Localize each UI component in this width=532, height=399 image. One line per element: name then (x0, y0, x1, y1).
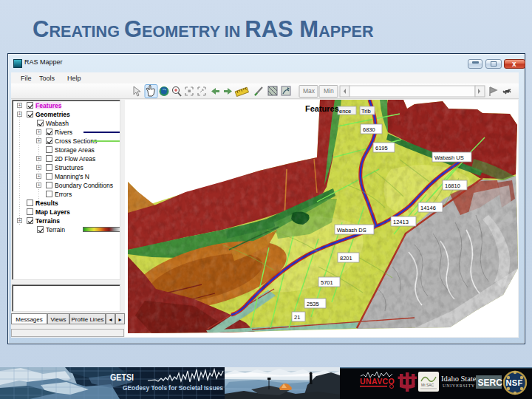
svg-text:Features: Features (305, 104, 339, 113)
svg-text:Min: Min (324, 87, 334, 95)
svg-text:21: 21 (294, 314, 300, 321)
svg-text:8201: 8201 (340, 255, 352, 262)
svg-text:2535: 2535 (307, 301, 319, 307)
svg-text:6830: 6830 (363, 126, 375, 133)
svg-text:Mt SAC: Mt SAC (421, 383, 434, 387)
svg-text:ence: ence (339, 108, 351, 115)
svg-text:Max: Max (303, 87, 316, 95)
svg-text:NSF: NSF (506, 378, 523, 387)
svg-text:16810: 16810 (445, 183, 460, 189)
svg-text:Wabash US: Wabash US (434, 154, 464, 161)
svg-text:UNAVCO: UNAVCO (360, 377, 395, 386)
svg-text:GEodesy Tools for Societal Iss: GEodesy Tools for Societal Issues (123, 383, 223, 392)
svg-text:SERC: SERC (478, 378, 503, 388)
svg-text:Idaho State: Idaho State (441, 375, 477, 383)
svg-text:12413: 12413 (393, 219, 409, 225)
svg-text:5701: 5701 (321, 279, 333, 286)
svg-text:14146: 14146 (420, 205, 436, 211)
svg-text:GETSI: GETSI (110, 372, 134, 383)
svg-text:Wabash DS: Wabash DS (337, 227, 366, 233)
svg-text:6195: 6195 (375, 145, 388, 151)
svg-text:Trib: Trib (361, 108, 371, 115)
svg-text:UNIVERSITY: UNIVERSITY (443, 383, 475, 388)
